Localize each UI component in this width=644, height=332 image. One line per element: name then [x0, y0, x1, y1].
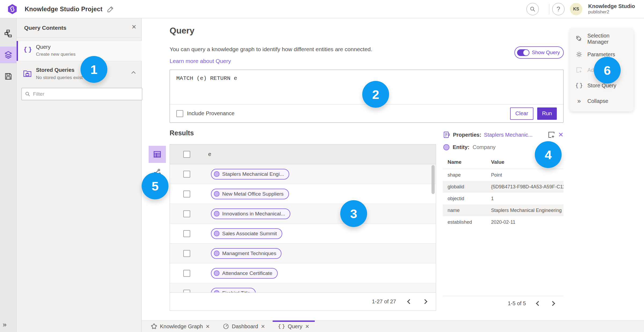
stored-queries-title: Stored Queries [36, 67, 74, 73]
save-button[interactable] [0, 68, 17, 85]
previous-page-icon[interactable] [407, 299, 412, 304]
add-to-new-icon [576, 66, 583, 73]
tab-query-active[interactable]: { } Query ✕ [272, 321, 316, 332]
braces-icon: { } [576, 83, 583, 89]
table-row: Innovations in Mechanical... [170, 204, 436, 224]
next-page-icon[interactable] [550, 301, 555, 306]
double-chevron-right-icon: » [3, 320, 6, 329]
query-editor-footer: Include Provenance Clear Run [170, 104, 563, 122]
entity-pill[interactable]: Staplers Mechanical Engi... [211, 169, 289, 180]
table-row: New Metal Office Suppliers [170, 184, 436, 204]
entity-dot-icon [214, 171, 219, 177]
table-row: Sales Associate Summit [170, 224, 436, 244]
edit-title-pencil-icon[interactable] [107, 5, 114, 13]
row-checkbox[interactable] [183, 171, 190, 178]
stored-queries-folder-icon [23, 69, 32, 78]
entity-pill[interactable]: Sales Associate Summit [211, 228, 282, 239]
double-chevron-right-icon: » [576, 97, 583, 105]
properties-header: Properties: Staplers Mechanic... ✕ [443, 131, 564, 139]
row-checkbox[interactable] [183, 250, 190, 257]
callout-badge-2: 2 [362, 81, 389, 108]
layers-button-selected[interactable] [0, 47, 17, 63]
learn-more-link[interactable]: Learn more about Query [170, 58, 231, 64]
row-checkbox[interactable] [183, 191, 190, 197]
previous-page-icon[interactable] [536, 301, 541, 306]
run-button[interactable]: Run [537, 107, 557, 120]
property-row: globalid {5D9B4713-F98D-4A53-A59F-C11... [443, 181, 564, 193]
expand-rail-button[interactable]: » [3, 320, 6, 329]
contents-item-stored-queries[interactable]: Stored Queries No stored queries exist [17, 64, 142, 85]
clear-button[interactable]: Clear [510, 107, 534, 120]
property-name: name [443, 208, 491, 213]
results-table-body: Staplers Mechanical Engi... New Metal Of… [170, 164, 436, 293]
search-icon [530, 6, 536, 12]
select-all-checkbox[interactable] [183, 151, 190, 158]
row-checkbox[interactable] [183, 230, 190, 237]
entity-pill[interactable]: Innovations in Mechanical... [211, 208, 290, 219]
close-tab-icon[interactable]: ✕ [261, 323, 265, 330]
query-contents-panel: Query Contents ✕ { } Query Create new qu… [17, 18, 142, 332]
tab-knowledge-graph[interactable]: Knowledge Graph ✕ [144, 321, 216, 332]
knowledge-graph-icon [151, 323, 157, 330]
close-panel-icon[interactable]: ✕ [131, 24, 136, 30]
avatar[interactable]: KS [570, 3, 582, 15]
property-name: objectid [443, 196, 491, 202]
callout-badge-3: 3 [340, 200, 367, 227]
add-to-new-icon[interactable] [547, 131, 555, 139]
menu-item-selection-manager[interactable]: Selection Manager [570, 31, 634, 47]
table-icon [153, 150, 162, 159]
close-tab-icon[interactable]: ✕ [206, 323, 210, 330]
help-button[interactable]: ? [552, 3, 565, 15]
braces-icon: { } [278, 323, 285, 329]
tab-dashboard[interactable]: Dashboard ✕ [216, 321, 272, 332]
property-name: shape [443, 172, 491, 178]
collapse-section-chevron-icon[interactable] [131, 71, 136, 76]
app-logo[interactable] [7, 4, 18, 14]
property-row: name Staplers Mechanical Engineering [443, 204, 564, 216]
menu-item-collapse[interactable]: » Collapse [570, 93, 634, 109]
results-heading: Results [170, 129, 194, 137]
menu-item-label: Store Query [587, 83, 616, 89]
table-view-button[interactable] [149, 146, 166, 163]
callout-badge-4: 4 [535, 141, 562, 168]
query-item-title: Query [36, 44, 50, 50]
contents-item-query[interactable]: { } Query Create new queries [17, 41, 142, 61]
callout-badge-1: 1 [80, 56, 107, 83]
entity-type-value: Company [473, 144, 496, 150]
avatar-initials: KS [573, 7, 579, 12]
include-provenance-checkbox[interactable] [176, 110, 183, 117]
entity-label-text: Entity: [453, 144, 469, 150]
filter-input[interactable] [33, 91, 139, 97]
name-column-header: Name [448, 159, 491, 165]
entity-label: Managment Techniques [222, 251, 276, 256]
row-checkbox[interactable] [183, 270, 190, 277]
properties-entity-link[interactable]: Staplers Mechanic... [484, 132, 533, 138]
search-button[interactable] [526, 3, 539, 15]
knowledge-studio-logo-icon [7, 4, 18, 14]
query-code-input[interactable]: MATCH (e) RETURN e [176, 75, 237, 81]
next-page-icon[interactable] [422, 299, 427, 304]
selected-accent-bar [17, 41, 18, 61]
row-checkbox[interactable] [183, 210, 190, 217]
property-row: shape Point [443, 169, 564, 181]
data-model-button[interactable] [0, 25, 17, 42]
dashboard-gauge-icon [223, 323, 229, 330]
entity-pill[interactable]: Managment Techniques [211, 248, 281, 259]
entity-pill[interactable]: Attendance Certificate [211, 268, 278, 279]
entity-dot-icon [214, 251, 219, 256]
entity-pill[interactable]: New Metal Office Suppliers [211, 189, 289, 199]
user-role: publisher2 [588, 9, 635, 15]
results-table-header: e [170, 144, 436, 164]
close-properties-icon[interactable]: ✕ [558, 132, 564, 138]
column-e-header: e [208, 151, 211, 157]
user-menu[interactable]: Knowledge Studio publisher2 [588, 3, 635, 15]
page-description: You can query a knowledge graph to ident… [170, 46, 372, 53]
toggle-knob [523, 50, 529, 55]
close-tab-icon[interactable]: ✕ [305, 323, 309, 330]
show-query-toggle[interactable]: Show Query [514, 46, 564, 59]
save-icon [4, 72, 13, 81]
entity-label: New Metal Office Suppliers [222, 191, 284, 197]
contents-title: Query Contents [24, 25, 67, 31]
results-scrollbar-thumb[interactable] [431, 165, 435, 194]
properties-label: Properties: [453, 132, 481, 138]
